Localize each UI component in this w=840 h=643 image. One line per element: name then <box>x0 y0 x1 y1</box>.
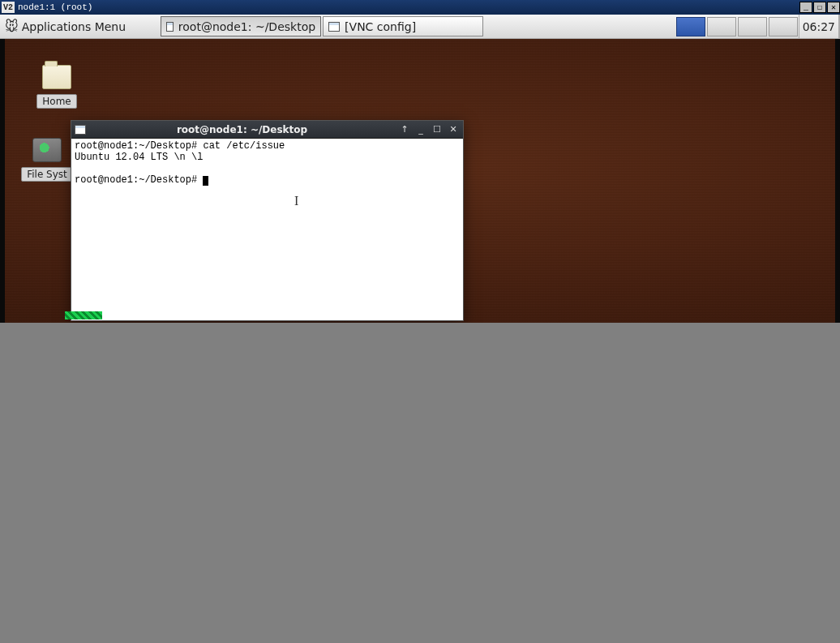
taskbar-item-label: root@node1: ~/Desktop <box>178 20 315 33</box>
xfce-panel: 🐭 Applications Menu root@node1: ~/Deskto… <box>0 15 840 39</box>
terminal-blank-line <box>75 163 460 174</box>
vnc-maximize-button[interactable]: ☐ <box>813 2 826 13</box>
taskbar-item-label: [VNC config] <box>345 20 416 33</box>
terminal-cursor <box>203 176 208 186</box>
partial-render-fragment <box>65 311 102 319</box>
terminal-content[interactable]: root@node1:~/Desktop# cat /etc/issue Ubu… <box>71 139 463 320</box>
terminal-command: cat /etc/issue <box>197 140 285 152</box>
panel-clock[interactable]: 06:27 <box>799 15 840 38</box>
remote-desktop: 🐭 Applications Menu root@node1: ~/Deskto… <box>0 15 840 323</box>
window-icon <box>166 22 174 32</box>
desktop-border <box>835 39 840 323</box>
terminal-prompt: root@node1:~/Desktop# <box>75 174 203 186</box>
taskbar-item-terminal[interactable]: root@node1: ~/Desktop <box>161 16 321 36</box>
vnc-minimize-button[interactable]: _ <box>799 2 812 13</box>
terminal-prompt: root@node1:~/Desktop# <box>75 140 197 152</box>
workspace-switcher <box>675 15 799 38</box>
folder-icon <box>42 65 71 89</box>
workspace-1[interactable] <box>676 17 705 36</box>
terminal-rollup-button[interactable]: ↑ <box>398 124 411 135</box>
applications-menu-button[interactable]: 🐭 Applications Menu <box>0 15 135 38</box>
window-icon <box>328 22 340 32</box>
workspace-4[interactable] <box>769 17 798 36</box>
desktop-icon-filesystem[interactable]: File Syst <box>15 138 79 182</box>
drive-icon <box>32 138 62 162</box>
desktop-border <box>0 39 5 323</box>
workspace-2[interactable] <box>707 17 736 36</box>
window-icon <box>75 125 86 135</box>
xfce-mouse-icon: 🐭 <box>5 19 19 34</box>
vnc-logo-icon: V2 <box>2 2 15 13</box>
taskbar-item-vncconfig[interactable]: [VNC config] <box>323 16 483 36</box>
terminal-maximize-button[interactable]: ☐ <box>431 124 444 135</box>
desktop-icon-label: File Syst <box>21 167 73 182</box>
desktop-icon-home[interactable]: Home <box>24 65 89 109</box>
text-cursor-ibeam-icon: I <box>294 195 298 207</box>
terminal-minimize-button[interactable]: _ <box>414 124 427 135</box>
terminal-titlebar[interactable]: root@node1: ~/Desktop ↑ _ ☐ ✕ <box>71 121 463 139</box>
taskbar: root@node1: ~/Desktop [VNC config] <box>160 15 484 38</box>
clock-text: 06:27 <box>803 20 835 33</box>
terminal-title-text: root@node1: ~/Desktop <box>89 124 395 135</box>
terminal-close-button[interactable]: ✕ <box>447 124 460 135</box>
vnc-close-button[interactable]: ✕ <box>827 2 840 13</box>
terminal-output: Ubuntu 12.04 LTS \n \l <box>75 152 460 163</box>
desktop-icon-label: Home <box>36 94 76 109</box>
vnc-window-titlebar: V2 node1:1 (root) _ ☐ ✕ <box>0 0 840 15</box>
vnc-title-text: node1:1 (root) <box>18 2 92 12</box>
workspace-3[interactable] <box>738 17 767 36</box>
terminal-window: root@node1: ~/Desktop ↑ _ ☐ ✕ root@node1… <box>71 120 464 321</box>
applications-menu-label: Applications Menu <box>22 20 126 33</box>
